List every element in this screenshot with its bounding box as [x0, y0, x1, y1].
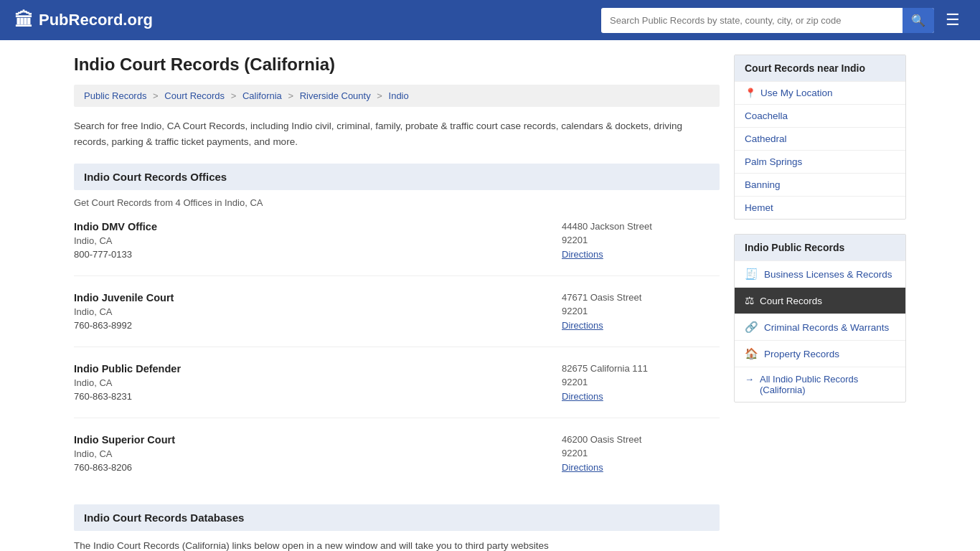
- office-phone-3: 760-863-8206: [74, 462, 175, 473]
- office-name-3: Indio Superior Court: [74, 434, 175, 446]
- sidebar-public-list: 🧾 Business Licenses & Records ⚖ Court Re…: [735, 260, 905, 367]
- office-left-0: Indio DMV Office Indio, CA 800-777-0133: [74, 221, 157, 260]
- sidebar-city-hemet[interactable]: Hemet: [735, 196, 905, 219]
- office-zip-3: 92201: [562, 448, 720, 458]
- office-address-1: 47671 Oasis Street: [562, 292, 720, 303]
- sidebar-city-coachella[interactable]: Coachella: [735, 104, 905, 127]
- sidebar-nearby-title: Court Records near Indio: [735, 55, 905, 81]
- sidebar-public-item-3[interactable]: 🏠 Property Records: [735, 340, 905, 367]
- directions-link-0[interactable]: Directions: [562, 249, 603, 260]
- databases-section: Indio Court Records Databases The Indio …: [74, 504, 720, 551]
- breadcrumb-public-records[interactable]: Public Records: [84, 90, 146, 101]
- databases-section-header: Indio Court Records Databases: [74, 504, 720, 531]
- breadcrumb-court-records[interactable]: Court Records: [164, 90, 225, 101]
- office-count: Get Court Records from 4 Offices in Indi…: [74, 197, 720, 208]
- office-right-1: 47671 Oasis Street 92201 Directions: [562, 292, 720, 331]
- office-zip-1: 92201: [562, 306, 720, 316]
- office-zip-0: 92201: [562, 235, 720, 245]
- sidebar-public-title: Indio Public Records: [735, 235, 905, 260]
- breadcrumb-indio[interactable]: Indio: [389, 90, 409, 101]
- site-header: 🏛 PubRecord.org 🔍 ☰: [0, 0, 980, 40]
- logo-icon: 🏛: [14, 9, 33, 32]
- office-phone-0: 800-777-0133: [74, 249, 157, 260]
- office-phone-1: 760-863-8992: [74, 320, 174, 331]
- office-item: Indio Superior Court Indio, CA 760-863-8…: [74, 434, 720, 489]
- office-name-2: Indio Public Defender: [74, 363, 181, 375]
- sidebar-city-palm-springs[interactable]: Palm Springs: [735, 150, 905, 173]
- location-pin-icon: 📍: [745, 88, 756, 98]
- hamburger-icon: ☰: [946, 11, 960, 29]
- office-name-1: Indio Juvenile Court: [74, 292, 174, 303]
- breadcrumb-sep-2: >: [231, 90, 237, 101]
- sidebar-item-label-0: Business Licenses & Records: [764, 269, 892, 280]
- site-logo[interactable]: 🏛 PubRecord.org: [14, 9, 153, 32]
- breadcrumb: Public Records > Court Records > Califor…: [74, 85, 720, 107]
- sidebar-public-item-1[interactable]: ⚖ Court Records: [735, 287, 905, 314]
- breadcrumb-sep-4: >: [377, 90, 382, 101]
- office-address-2: 82675 California 111: [562, 363, 720, 374]
- all-records-label: All Indio Public Records (California): [760, 374, 895, 395]
- search-button[interactable]: 🔍: [903, 8, 934, 33]
- sidebar-item-icon-0: 🧾: [745, 268, 758, 281]
- sidebar-city-banning[interactable]: Banning: [735, 173, 905, 196]
- menu-button[interactable]: ☰: [940, 8, 966, 32]
- sidebar-city-cathedral[interactable]: Cathedral: [735, 127, 905, 150]
- sidebar-public-item-2[interactable]: 🔗 Criminal Records & Warrants: [735, 314, 905, 340]
- office-phone-2: 760-863-8231: [74, 391, 181, 402]
- office-city-3: Indio, CA: [74, 448, 175, 459]
- office-name-0: Indio DMV Office: [74, 221, 157, 232]
- sidebar-nearby-section: Court Records near Indio 📍 Use My Locati…: [734, 55, 906, 220]
- sidebar-item-icon-2: 🔗: [745, 321, 758, 334]
- directions-link-3[interactable]: Directions: [562, 462, 603, 473]
- sidebar-public-item-0[interactable]: 🧾 Business Licenses & Records: [735, 260, 905, 287]
- sidebar-item-label-2: Criminal Records & Warrants: [764, 322, 889, 333]
- sidebar-item-label-1: Court Records: [760, 296, 822, 306]
- office-right-0: 44480 Jackson Street 92201 Directions: [562, 221, 720, 260]
- sidebar-item-icon-1: ⚖: [745, 294, 754, 307]
- office-right-2: 82675 California 111 92201 Directions: [562, 363, 720, 402]
- office-right-3: 46200 Oasis Street 92201 Directions: [562, 434, 720, 473]
- databases-description: The Indio Court Records (California) lin…: [74, 538, 720, 551]
- main-container: Indio Court Records (California) Public …: [60, 40, 920, 551]
- office-left-1: Indio Juvenile Court Indio, CA 760-863-8…: [74, 292, 174, 331]
- office-address-3: 46200 Oasis Street: [562, 434, 720, 445]
- breadcrumb-california[interactable]: California: [242, 90, 282, 101]
- breadcrumb-sep-1: >: [153, 90, 159, 101]
- office-city-0: Indio, CA: [74, 235, 157, 246]
- breadcrumb-sep-3: >: [288, 90, 293, 101]
- office-city-2: Indio, CA: [74, 377, 181, 388]
- use-location-label: Use My Location: [760, 88, 833, 98]
- office-item: Indio Juvenile Court Indio, CA 760-863-8…: [74, 292, 720, 347]
- sidebar-nearby-list: 📍 Use My Location Coachella Cathedral Pa…: [735, 81, 905, 219]
- arrow-icon: →: [745, 374, 754, 385]
- search-input[interactable]: [601, 9, 903, 32]
- header-right: 🔍 ☰: [601, 8, 966, 33]
- page-description: Search for free Indio, CA Court Records,…: [74, 118, 720, 149]
- office-zip-2: 92201: [562, 377, 720, 387]
- offices-section-header: Indio Court Records Offices: [74, 164, 720, 190]
- office-left-2: Indio Public Defender Indio, CA 760-863-…: [74, 363, 181, 402]
- office-left-3: Indio Superior Court Indio, CA 760-863-8…: [74, 434, 175, 473]
- sidebar-item-label-3: Property Records: [764, 349, 839, 359]
- content-area: Indio Court Records (California) Public …: [74, 55, 720, 551]
- directions-link-1[interactable]: Directions: [562, 320, 603, 331]
- office-item: Indio Public Defender Indio, CA 760-863-…: [74, 363, 720, 418]
- sidebar-all-records-link[interactable]: → All Indio Public Records (California): [735, 367, 905, 402]
- offices-list: Indio DMV Office Indio, CA 800-777-0133 …: [74, 221, 720, 489]
- search-bar: 🔍: [601, 8, 934, 33]
- sidebar-item-icon-3: 🏠: [745, 347, 758, 360]
- office-address-0: 44480 Jackson Street: [562, 221, 720, 232]
- breadcrumb-riverside[interactable]: Riverside County: [300, 90, 371, 101]
- sidebar-public-section: Indio Public Records 🧾 Business Licenses…: [734, 234, 906, 402]
- office-item: Indio DMV Office Indio, CA 800-777-0133 …: [74, 221, 720, 276]
- sidebar: Court Records near Indio 📍 Use My Locati…: [734, 55, 906, 551]
- search-icon: 🔍: [911, 14, 925, 27]
- page-title: Indio Court Records (California): [74, 55, 720, 75]
- directions-link-2[interactable]: Directions: [562, 391, 603, 402]
- logo-text: PubRecord.org: [39, 11, 153, 29]
- sidebar-use-location[interactable]: 📍 Use My Location: [735, 81, 905, 104]
- office-city-1: Indio, CA: [74, 306, 174, 317]
